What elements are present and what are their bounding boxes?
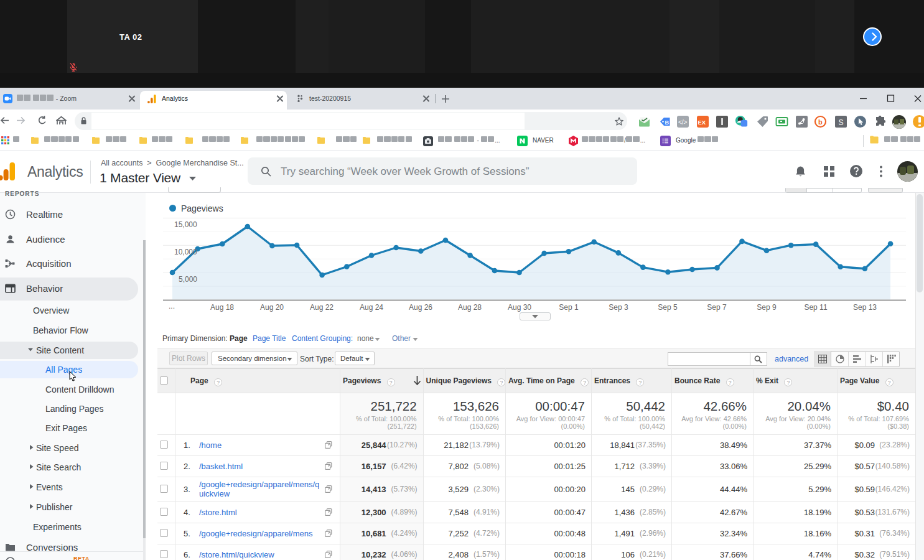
svg-text:B: B (665, 119, 670, 126)
svg-text:S: S (839, 118, 844, 127)
svg-text:EX: EX (698, 119, 706, 126)
svg-text:b: b (818, 118, 823, 126)
svg-text:</>: </> (678, 119, 688, 126)
